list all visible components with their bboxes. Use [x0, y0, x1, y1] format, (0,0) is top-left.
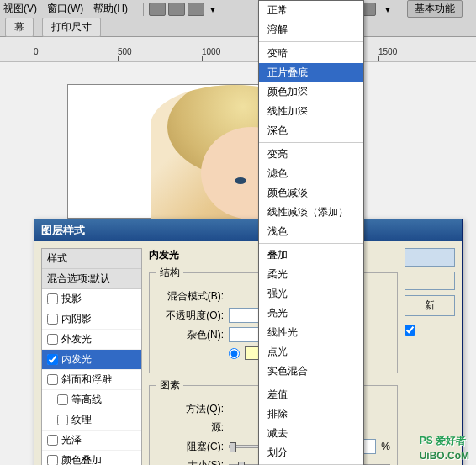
blend-difference[interactable]: 差值: [259, 385, 363, 404]
style-outer-glow[interactable]: 外发光: [42, 330, 141, 350]
style-inner-shadow[interactable]: 内阴影: [42, 309, 141, 330]
checkbox[interactable]: [57, 415, 68, 425]
new-style-button[interactable]: 新: [405, 295, 455, 316]
style-satin[interactable]: 光泽: [42, 431, 141, 451]
styles-header[interactable]: 样式: [42, 249, 141, 269]
blend-pin-light[interactable]: 点光: [259, 342, 363, 362]
color-radio[interactable]: [229, 348, 240, 359]
cancel-button[interactable]: [405, 272, 455, 290]
checkbox[interactable]: [47, 374, 58, 385]
fit-screen-button[interactable]: 幕: [5, 18, 34, 37]
screen-mode-icon[interactable]: [188, 3, 204, 16]
blend-hard-mix[interactable]: 实色混合: [259, 362, 363, 381]
checkbox[interactable]: [47, 455, 58, 465]
checkbox[interactable]: [47, 354, 58, 365]
source-label: 源:: [156, 420, 224, 435]
size-label: 大小(S):: [156, 458, 224, 465]
blend-dissolve[interactable]: 溶解: [259, 20, 363, 40]
blend-linear-light[interactable]: 线性光: [259, 323, 363, 342]
preview-checkbox[interactable]: [405, 325, 415, 336]
opacity-input[interactable]: [229, 308, 262, 323]
ruler-tick: 1000: [202, 47, 220, 61]
blend-mode-menu: 正常 溶解 变暗 正片叠底 颜色加深 线性加深 深色 变亮 滤色 颜色减淡 线性…: [258, 0, 364, 465]
blend-vivid-light[interactable]: 亮光: [259, 304, 363, 323]
checkbox[interactable]: [47, 293, 58, 304]
blend-subtract[interactable]: 减去: [259, 424, 363, 443]
blend-color-dodge[interactable]: 颜色减淡: [259, 183, 363, 203]
menu-bar: 视图(V) 窗口(W) 帮助(H) ▾ ▾ 基本功能: [0, 0, 476, 18]
technique-label: 方法(Q):: [156, 402, 224, 416]
menu-separator: [259, 243, 363, 244]
print-size-button[interactable]: 打印尺寸: [42, 18, 101, 37]
blend-normal[interactable]: 正常: [259, 1, 363, 20]
chevron-down-icon[interactable]: ▾: [207, 3, 219, 15]
blend-exclusion[interactable]: 排除: [259, 404, 363, 424]
menu-help[interactable]: 帮助(H): [93, 2, 128, 16]
style-color-overlay[interactable]: 颜色叠加: [42, 451, 141, 465]
checkbox[interactable]: [47, 334, 58, 345]
blend-screen[interactable]: 滤色: [259, 164, 363, 183]
watermark-text: UiBO.CoM: [420, 450, 469, 462]
menu-view[interactable]: 视图(V): [3, 2, 37, 16]
bridge-icon[interactable]: [149, 3, 166, 16]
menu-separator: [259, 383, 363, 383]
blending-options-header[interactable]: 混合选项:默认: [42, 269, 141, 289]
blend-hard-light[interactable]: 强光: [259, 284, 363, 304]
layer-style-dialog: 图层样式 样式 混合选项:默认 投影 内阴影 外发光 内发光 斜面和浮雕 等高线…: [34, 219, 463, 465]
style-texture[interactable]: 纹理: [42, 410, 141, 431]
style-inner-glow[interactable]: 内发光: [42, 350, 141, 370]
blend-soft-light[interactable]: 柔光: [259, 265, 363, 284]
menu-separator: [259, 41, 363, 42]
blend-mode-label: 混合模式(B):: [156, 289, 224, 304]
blend-linear-dodge[interactable]: 线性减淡（添加）: [259, 203, 363, 222]
structure-legend: 结构: [156, 266, 183, 280]
watermark-tag: PS 爱好者: [420, 435, 466, 447]
blend-divide[interactable]: 划分: [259, 443, 363, 462]
style-contour[interactable]: 等高线: [42, 390, 141, 410]
ok-button[interactable]: [405, 248, 455, 267]
dialog-title: 图层样式: [34, 219, 462, 241]
elements-legend: 图素: [156, 378, 183, 393]
choke-label: 阻塞(C):: [156, 440, 224, 454]
blend-darker-color[interactable]: 深色: [259, 121, 363, 140]
menu-separator: [259, 142, 363, 143]
ruler-tick: 0: [34, 47, 39, 61]
checkbox[interactable]: [47, 314, 58, 325]
mini-bridge-icon[interactable]: [168, 3, 185, 16]
blend-multiply[interactable]: 正片叠底: [259, 63, 363, 82]
noise-label: 杂色(N):: [156, 328, 224, 342]
options-bar: 幕 打印尺寸: [0, 18, 476, 37]
style-drop-shadow[interactable]: 投影: [42, 289, 141, 309]
ruler-tick: 500: [118, 47, 132, 61]
blend-lighten[interactable]: 变亮: [259, 145, 363, 164]
style-bevel-emboss[interactable]: 斜面和浮雕: [42, 370, 141, 390]
ruler: 0 500 1000 1500: [0, 37, 476, 62]
checkbox[interactable]: [47, 435, 58, 446]
blend-overlay[interactable]: 叠加: [259, 246, 363, 265]
pct-label: %: [381, 441, 390, 452]
separator: [143, 3, 144, 16]
chevron-down-icon[interactable]: ▾: [382, 3, 394, 15]
styles-list: 样式 混合选项:默认 投影 内阴影 外发光 内发光 斜面和浮雕 等高线 纹理 光…: [41, 248, 142, 465]
blend-darken[interactable]: 变暗: [259, 44, 363, 63]
menu-window[interactable]: 窗口(W): [47, 2, 83, 16]
noise-input[interactable]: [229, 327, 262, 342]
blend-linear-burn[interactable]: 线性加深: [259, 102, 363, 121]
watermark: PS 爱好者 UiBO.CoM: [420, 433, 469, 462]
checkbox[interactable]: [57, 394, 68, 405]
blend-lighter-color[interactable]: 浅色: [259, 222, 363, 241]
opacity-label: 不透明度(O):: [156, 309, 224, 323]
workspace-button[interactable]: 基本功能: [407, 0, 463, 18]
blend-color-burn[interactable]: 颜色加深: [259, 82, 363, 102]
ruler-tick: 1500: [378, 47, 397, 61]
